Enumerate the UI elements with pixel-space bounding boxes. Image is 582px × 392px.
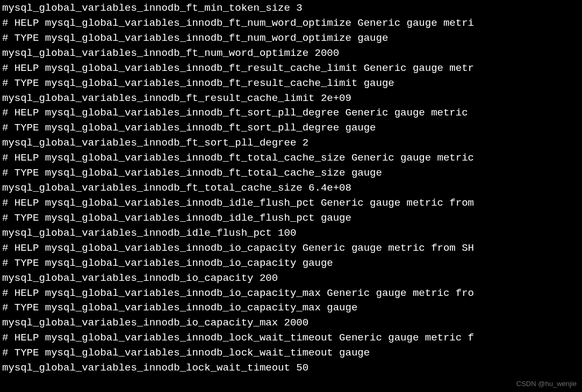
terminal-line: # HELP mysql_global_variables_innodb_idl… (2, 196, 580, 211)
terminal-line: # HELP mysql_global_variables_innodb_io_… (2, 286, 580, 301)
terminal-line: # TYPE mysql_global_variables_innodb_io_… (2, 256, 580, 271)
terminal-line: # TYPE mysql_global_variables_innodb_ft_… (2, 76, 580, 91)
terminal-line: # HELP mysql_global_variables_innodb_ft_… (2, 61, 580, 76)
terminal-output[interactable]: mysql_global_variables_innodb_ft_min_tok… (0, 0, 582, 377)
terminal-line: mysql_global_variables_innodb_ft_num_wor… (2, 46, 580, 61)
terminal-line: mysql_global_variables_innodb_ft_min_tok… (2, 1, 580, 16)
terminal-line: # TYPE mysql_global_variables_innodb_ft_… (2, 121, 580, 136)
terminal-line: # TYPE mysql_global_variables_innodb_ft_… (2, 166, 580, 181)
terminal-line: # TYPE mysql_global_variables_innodb_ft_… (2, 31, 580, 46)
terminal-line: mysql_global_variables_innodb_idle_flush… (2, 226, 580, 241)
terminal-line: mysql_global_variables_innodb_ft_sort_pl… (2, 136, 580, 151)
terminal-line: # HELP mysql_global_variables_innodb_ft_… (2, 106, 580, 121)
terminal-line: # HELP mysql_global_variables_innodb_loc… (2, 331, 580, 346)
watermark-text: CSDN @hu_wenjie (516, 379, 577, 389)
terminal-line: # TYPE mysql_global_variables_innodb_idl… (2, 211, 580, 226)
terminal-line: # HELP mysql_global_variables_innodb_ft_… (2, 151, 580, 166)
terminal-line: mysql_global_variables_innodb_ft_result_… (2, 91, 580, 106)
terminal-line: # TYPE mysql_global_variables_innodb_io_… (2, 301, 580, 316)
terminal-line: # HELP mysql_global_variables_innodb_ft_… (2, 16, 580, 31)
terminal-line: mysql_global_variables_innodb_ft_total_c… (2, 181, 580, 196)
terminal-line: # HELP mysql_global_variables_innodb_io_… (2, 241, 580, 256)
terminal-line: mysql_global_variables_innodb_io_capacit… (2, 271, 580, 286)
terminal-line: # TYPE mysql_global_variables_innodb_loc… (2, 346, 580, 361)
terminal-line: mysql_global_variables_innodb_lock_wait_… (2, 361, 580, 376)
terminal-line: mysql_global_variables_innodb_io_capacit… (2, 316, 580, 331)
